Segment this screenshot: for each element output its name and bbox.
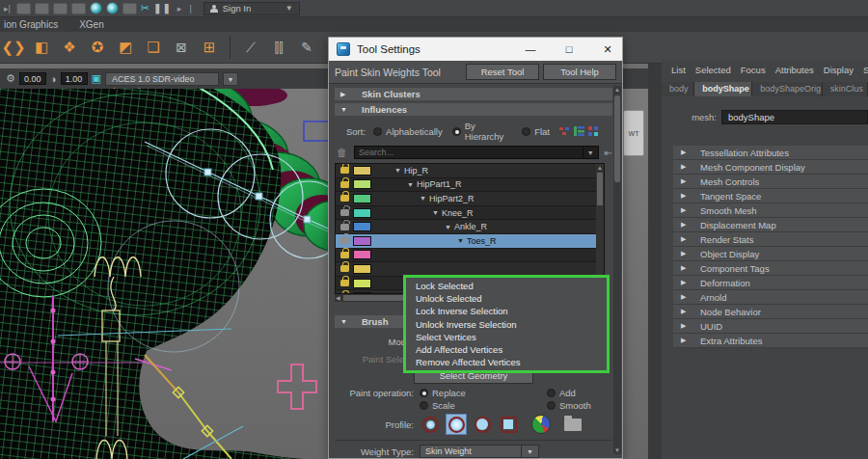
operation-scale-radio[interactable]: Scale xyxy=(420,400,537,411)
section-mesh-controls[interactable]: ▶Mesh Controls xyxy=(673,175,868,189)
tab-bodyshapeorig[interactable]: bodyShapeOrig xyxy=(752,82,822,96)
render-view-icon[interactable] xyxy=(16,3,31,14)
operation-add-radio[interactable]: Add xyxy=(547,388,576,398)
section-deformation[interactable]: ▶Deformation xyxy=(673,276,868,290)
filter-options-icon[interactable]: ⇤ xyxy=(605,148,612,158)
contrast-icon[interactable]: ◑ xyxy=(50,73,57,85)
paint-bucket-icon[interactable]: 🗑 xyxy=(337,147,350,159)
weight-type-dropdown[interactable]: Skin Weight xyxy=(420,445,522,458)
curve-tool-icon[interactable]: ⟋ xyxy=(239,36,262,59)
menu-add-affected-vertices[interactable]: Add Affected Vertices xyxy=(406,343,607,356)
influence-row-toes-selected[interactable]: ▼ Toes_R xyxy=(336,234,604,249)
view-transform-dropdown[interactable]: ACES 1.0 SDR-video (sRGB) xyxy=(105,72,219,86)
section-influences[interactable]: ▼ Influences xyxy=(335,103,612,116)
render-current-icon[interactable] xyxy=(106,2,119,14)
exposure-field[interactable]: 0.00 xyxy=(19,72,46,85)
section-arnold[interactable]: ▶Arnold xyxy=(673,290,868,305)
edit-curve-icon[interactable]: ⫿⫿ xyxy=(267,36,290,59)
influence-row-hippart1[interactable]: ▼ HipPart1_R xyxy=(336,178,604,193)
search-input[interactable] xyxy=(354,146,583,159)
grid-view-icon[interactable] xyxy=(588,126,599,136)
close-button[interactable]: ✕ xyxy=(601,43,614,56)
influence-color-swatch[interactable] xyxy=(353,250,371,259)
search-dropdown-caret-icon[interactable]: ▼ xyxy=(583,146,599,159)
menu-xgen[interactable]: XGen xyxy=(79,19,104,30)
scroll-down-icon[interactable]: ▼ xyxy=(613,447,621,453)
section-skin-clusters[interactable]: ▶ Skin Clusters xyxy=(335,88,612,100)
lock-icon[interactable] xyxy=(340,265,349,272)
gear-icon[interactable]: ⚙ xyxy=(6,72,15,85)
render-settings-icon[interactable] xyxy=(71,3,86,14)
lock-icon[interactable] xyxy=(340,181,349,188)
influence-color-swatch[interactable] xyxy=(353,264,371,274)
operation-replace-radio[interactable]: Replace xyxy=(420,388,537,398)
menu-remove-affected-vertices[interactable]: Remove Affected Vertices xyxy=(406,356,607,368)
section-object-display[interactable]: ▶Object Display xyxy=(673,247,868,261)
influence-row-knee[interactable]: ▼ Knee_R xyxy=(336,206,604,221)
list-scrollbar[interactable]: ▲ xyxy=(596,164,604,293)
weight-type-caret-icon[interactable]: ▼ xyxy=(522,445,539,458)
chevron-down-icon[interactable]: ▼ xyxy=(457,237,464,244)
sort-alphabetically-radio[interactable]: Alphabetically xyxy=(373,126,443,137)
ramp-profile-icon[interactable] xyxy=(531,415,551,434)
lock-icon[interactable] xyxy=(340,252,349,258)
menu-unlock-selected[interactable]: Unlock Selected xyxy=(406,292,607,305)
influence-color-swatch[interactable] xyxy=(353,279,371,288)
operation-smooth-radio[interactable]: Smooth xyxy=(547,400,591,411)
list-view-icon[interactable] xyxy=(574,126,584,136)
poly-plane-icon[interactable]: ◩ xyxy=(114,36,137,59)
sort-flat-radio[interactable]: Flat xyxy=(522,126,550,137)
section-mesh-component-display[interactable]: ▶Mesh Component Display xyxy=(673,160,868,175)
ae-menu-show[interactable]: Show xyxy=(863,65,868,75)
section-component-tags[interactable]: ▶Component Tags xyxy=(673,261,868,276)
color-management-icon[interactable]: ▣ xyxy=(92,72,101,85)
reset-tool-button[interactable]: Reset Tool xyxy=(466,64,539,80)
scroll-up-icon[interactable]: ▲ xyxy=(597,164,603,172)
poly-combine-icon[interactable]: ❖ xyxy=(58,36,81,59)
chevron-down-icon[interactable]: ▼ xyxy=(407,181,414,188)
poly-cube-icon[interactable]: ◧ xyxy=(30,36,53,59)
lock-icon[interactable] xyxy=(340,167,349,174)
step-forward-icon[interactable]: ▸| xyxy=(2,4,13,14)
chevron-down-icon[interactable]: ▼ xyxy=(432,209,439,216)
influence-color-swatch[interactable] xyxy=(353,179,371,189)
chevron-down-icon[interactable]: ▼ xyxy=(445,224,451,230)
weight-slider-popup[interactable]: WT xyxy=(623,110,644,156)
window-scrollbar[interactable]: ▲ ▼ xyxy=(613,86,621,454)
hierarchy-view-icon[interactable] xyxy=(559,126,570,136)
render-frame-icon[interactable] xyxy=(35,3,49,14)
poly-mirror-icon[interactable]: ❮❯ xyxy=(2,36,25,59)
influence-row-hip[interactable]: ▼ Hip_R xyxy=(336,164,604,178)
influence-color-swatch[interactable] xyxy=(353,236,371,246)
lock-icon[interactable] xyxy=(340,280,349,286)
influence-color-swatch[interactable] xyxy=(353,208,371,218)
section-render-stats[interactable]: ▶Render Stats xyxy=(673,232,868,247)
lattice-icon[interactable]: ⊠ xyxy=(170,36,193,59)
maximize-button[interactable]: □ xyxy=(562,43,576,56)
influence-color-swatch[interactable] xyxy=(353,166,371,176)
tool-help-button[interactable]: Tool Help xyxy=(543,64,616,80)
influence-row[interactable] xyxy=(336,249,604,263)
menu-select-vertices[interactable]: Select Vertices xyxy=(406,331,607,343)
render-sequence-icon[interactable] xyxy=(53,3,68,14)
unlock-icon[interactable] xyxy=(340,209,349,216)
sign-in-button[interactable]: Sign In ▼ xyxy=(203,2,300,15)
minimize-button[interactable]: — xyxy=(524,43,537,56)
brush-gaussian-profile-icon[interactable] xyxy=(446,414,467,435)
tab-body[interactable]: body xyxy=(662,82,694,96)
brush-solid-profile-icon[interactable] xyxy=(472,414,493,435)
influence-color-swatch[interactable] xyxy=(353,222,371,231)
poly-wheel-icon[interactable]: ✪ xyxy=(86,36,109,59)
section-smooth-mesh[interactable]: ▶Smooth Mesh xyxy=(673,203,868,218)
menu-motion-graphics[interactable]: ion Graphics xyxy=(4,19,58,30)
window-titlebar[interactable]: Tool Settings — □ ✕ xyxy=(329,38,622,61)
section-uuid[interactable]: ▶UUID xyxy=(673,319,868,334)
influence-row-hippart2[interactable]: ▼ HipPart2_R xyxy=(336,192,604,206)
tab-skincluster[interactable]: skinClus xyxy=(823,82,868,96)
chevron-down-icon[interactable]: ▼ xyxy=(394,167,401,174)
gamma-field[interactable]: 1.00 xyxy=(61,72,88,85)
poly-group-icon[interactable]: ⊞ xyxy=(198,36,221,59)
ae-menu-display[interactable]: Display xyxy=(824,65,854,75)
ae-menu-attributes[interactable]: Attributes xyxy=(775,65,814,75)
brush-square-profile-icon[interactable] xyxy=(498,414,519,435)
